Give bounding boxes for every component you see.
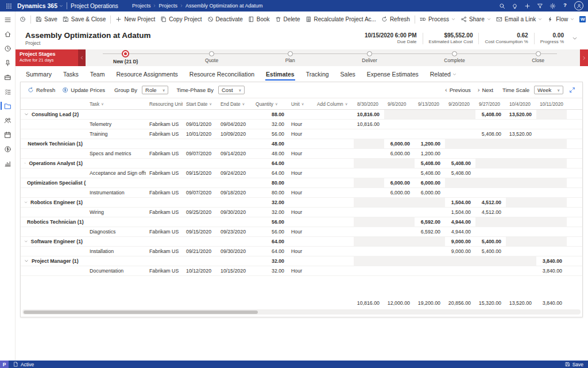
start-date-cell[interactable]: 09/25/2020	[183, 208, 217, 217]
start-date-cell[interactable]: 09/07/2020	[183, 149, 217, 158]
period-cell[interactable]: 5,408.00	[415, 168, 445, 178]
period-cell[interactable]	[415, 129, 445, 139]
period-cell[interactable]	[415, 237, 445, 246]
period-cell[interactable]: 6,000.00	[384, 139, 415, 148]
period-cell[interactable]	[384, 227, 415, 236]
period-cell[interactable]	[536, 208, 567, 217]
period-cell[interactable]	[415, 247, 445, 256]
period-cell[interactable]	[384, 168, 415, 178]
period-cell[interactable]	[536, 129, 567, 139]
period-cell[interactable]	[354, 227, 384, 236]
period-cell[interactable]	[506, 120, 536, 129]
nav-home[interactable]	[2, 29, 13, 39]
period-cell[interactable]: 5,408.00	[445, 159, 475, 168]
column-header-unit[interactable]: Unit∨	[288, 98, 314, 109]
period-cell[interactable]	[445, 139, 475, 148]
column-header-period[interactable]: 10/11/2020	[536, 98, 567, 109]
next-button[interactable]: ›Next	[477, 86, 494, 94]
column-header-quantity[interactable]: Quantity∨	[252, 98, 288, 109]
unit-cell[interactable]: Hour	[288, 266, 314, 275]
quantity-cell[interactable]: 32.00	[252, 256, 288, 266]
group-name-cell[interactable]: Consulting Lead (2)	[21, 110, 86, 119]
period-cell[interactable]	[506, 217, 536, 227]
task-cell[interactable]: Wiring	[86, 208, 146, 217]
period-cell[interactable]: 9,000.00	[445, 237, 475, 246]
collapse-group-icon[interactable]	[24, 141, 25, 146]
expand-grid-button[interactable]	[568, 86, 577, 94]
filter-button[interactable]	[534, 1, 546, 11]
period-cell[interactable]	[415, 120, 445, 129]
nav-bookings[interactable]	[2, 129, 13, 140]
group-name-cell[interactable]: Network Technician (1)	[21, 139, 86, 148]
app-name[interactable]: Dynamics 365	[17, 2, 63, 9]
column-header-period[interactable]: 9/27/2020	[475, 98, 506, 109]
end-date-cell[interactable]: 09/04/2020	[217, 120, 252, 129]
period-cell[interactable]	[536, 178, 567, 187]
unit-cell[interactable]: Hour	[288, 208, 314, 217]
period-cell[interactable]	[536, 120, 567, 129]
task-cell[interactable]: Training	[86, 129, 146, 139]
period-cell[interactable]	[384, 129, 415, 139]
start-date-cell[interactable]: 09/07/2020	[183, 188, 217, 197]
period-cell[interactable]: 5,408.00	[415, 159, 445, 168]
period-cell[interactable]: 13,520.00	[506, 110, 536, 119]
grid-refresh-button[interactable]: Refresh	[26, 86, 56, 94]
period-cell[interactable]: 4,512.00	[475, 208, 506, 217]
end-date-cell[interactable]: 09/23/2020	[217, 227, 252, 236]
end-date-cell[interactable]: 09/30/2020	[217, 208, 252, 217]
app-module[interactable]: Project Operations	[71, 3, 118, 9]
start-date-cell[interactable]: 09/15/2020	[183, 168, 217, 178]
period-cell[interactable]: 6,592.00	[415, 227, 445, 236]
period-cell[interactable]	[384, 266, 415, 275]
cmd-word-templates[interactable]: WWord Templates	[577, 13, 588, 26]
period-cell[interactable]	[445, 110, 475, 119]
period-cell[interactable]	[415, 198, 445, 207]
quantity-cell[interactable]: 32.00	[252, 120, 288, 129]
period-cell[interactable]: 4,944.00	[445, 227, 475, 236]
period-cell[interactable]	[445, 256, 475, 266]
quantity-cell[interactable]: 64.00	[252, 237, 288, 246]
period-cell[interactable]	[354, 149, 384, 158]
period-cell[interactable]	[415, 110, 445, 119]
period-cell[interactable]	[445, 266, 475, 275]
period-cell[interactable]	[445, 178, 475, 187]
recent-button[interactable]	[17, 13, 28, 26]
period-cell[interactable]	[384, 237, 415, 246]
start-date-cell[interactable]: 09/01/2020	[183, 120, 217, 129]
tab-tracking[interactable]: Tracking	[305, 68, 330, 81]
period-cell[interactable]: 6,000.00	[415, 188, 445, 197]
period-cell[interactable]: 5,400.00	[475, 247, 506, 256]
period-cell[interactable]	[354, 139, 384, 148]
period-cell[interactable]	[354, 178, 384, 187]
period-cell[interactable]	[354, 266, 384, 275]
resourcing-unit-cell[interactable]: Fabrikam US	[146, 208, 183, 217]
scrollbar-thumb[interactable]	[24, 310, 258, 314]
period-cell[interactable]	[475, 227, 506, 236]
period-cell[interactable]	[475, 178, 506, 187]
tab-summary[interactable]: Summary	[25, 68, 52, 81]
group-by-select[interactable]: Role∨	[142, 86, 168, 94]
period-cell[interactable]	[536, 110, 567, 119]
end-date-cell[interactable]: 09/14/2020	[217, 149, 252, 158]
period-cell[interactable]	[506, 198, 536, 207]
cmd-delete[interactable]: Delete	[273, 13, 303, 26]
cmd-deactivate[interactable]: Deactivate	[205, 13, 245, 26]
task-cell[interactable]: Acceptance and Sign offs	[86, 168, 146, 178]
nav-pinned[interactable]	[2, 57, 13, 68]
gear-button[interactable]	[547, 1, 558, 11]
period-cell[interactable]	[536, 188, 567, 197]
quantity-cell[interactable]: 64.00	[252, 159, 288, 168]
period-cell[interactable]	[536, 168, 567, 178]
stage-new-21-d[interactable]: New (21 D)	[113, 51, 138, 66]
resourcing-unit-cell[interactable]: Fabrikam US	[146, 227, 183, 236]
column-header-end-date[interactable]: End Date∨	[217, 98, 252, 109]
column-header-period[interactable]: 9/6/2020	[384, 98, 415, 109]
period-cell[interactable]: 9,000.00	[445, 247, 475, 256]
group-name-cell[interactable]: Operations Analyst (1)	[21, 159, 86, 168]
update-prices-button[interactable]: Update Prices	[61, 86, 106, 94]
cmd-copy-project[interactable]: Copy Project	[158, 13, 204, 26]
group-name-cell[interactable]: Project Manager (1)	[21, 256, 86, 266]
period-cell[interactable]	[384, 208, 415, 217]
period-cell[interactable]	[506, 168, 536, 178]
end-date-cell[interactable]: 10/09/2020	[217, 129, 252, 139]
